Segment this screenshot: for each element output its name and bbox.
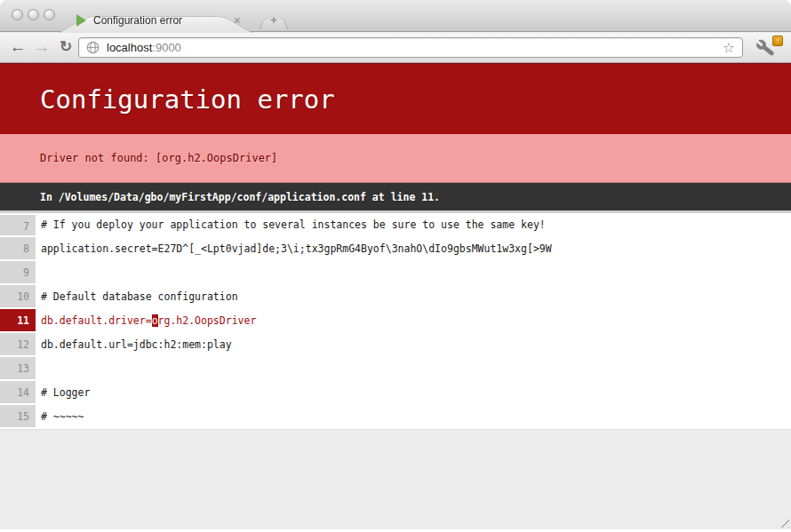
- code-line: 15 # ~~~~~: [0, 405, 791, 429]
- line-number: 10: [0, 285, 36, 309]
- play-framework-favicon-icon: [76, 14, 86, 27]
- code-text: # If you deploy your application to seve…: [36, 213, 791, 237]
- url-text: localhost:9000: [107, 41, 723, 54]
- error-marker: o: [152, 314, 158, 327]
- code-text: # Default database configuration: [36, 285, 791, 309]
- globe-icon: [86, 41, 100, 54]
- code-line: 14 # Logger: [0, 381, 791, 405]
- code-line: 13: [0, 357, 791, 381]
- new-tab-button[interactable]: +: [260, 12, 288, 29]
- page-background: [0, 429, 791, 529]
- code-line: 9: [0, 261, 791, 285]
- menu-wrench-button[interactable]: ↑: [753, 36, 783, 60]
- code-text: [36, 261, 791, 285]
- back-button[interactable]: ←: [7, 36, 28, 59]
- error-detail: Driver not found: [org.h2.OopsDriver]: [0, 134, 791, 183]
- plus-icon: +: [260, 12, 288, 28]
- code-text: [36, 357, 791, 381]
- line-number: 8: [0, 237, 36, 261]
- browser-window: Configuration error × + ← → ↻ localhost:…: [0, 0, 791, 532]
- code-text: db.default.url=jdbc:h2:mem:play: [36, 333, 791, 357]
- line-number: 13: [0, 357, 36, 381]
- line-number: 11: [0, 309, 36, 333]
- code-text: db.default.driver=org.h2.OopsDriver: [36, 309, 791, 333]
- error-banner: Configuration error: [0, 63, 791, 134]
- code-line: 10 # Default database configuration: [0, 285, 791, 309]
- tab-configuration-error[interactable]: Configuration error ×: [57, 6, 254, 33]
- code-listing: 7 # If you deploy your application to se…: [0, 210, 791, 429]
- line-number: 9: [0, 261, 36, 285]
- title-bar: Configuration error × +: [0, 0, 791, 32]
- bookmark-star-icon[interactable]: ☆: [723, 41, 735, 55]
- code-text: application.secret=E27D^[_<Lpt0vjad]de;3…: [36, 237, 791, 261]
- line-number: 12: [0, 333, 36, 357]
- code-line: 7 # If you deploy your application to se…: [0, 213, 791, 237]
- page-content: Configuration error Driver not found: [o…: [0, 63, 791, 532]
- reload-button[interactable]: ↻: [55, 36, 76, 59]
- forward-button[interactable]: →: [31, 36, 52, 59]
- address-bar[interactable]: localhost:9000 ☆: [78, 37, 743, 58]
- page-title: Configuration error: [40, 84, 335, 115]
- line-number: 7: [0, 213, 36, 237]
- file-location-bar: In /Volumes/Data/gbo/myFirstApp/conf/app…: [0, 183, 791, 210]
- url-host: localhost: [107, 41, 152, 54]
- window-close-button[interactable]: [12, 9, 23, 20]
- browser-toolbar: ← → ↻ localhost:9000 ☆ ↑: [0, 33, 791, 63]
- tab-title: Configuration error: [93, 14, 233, 27]
- code-line: 11 db.default.driver=org.h2.OopsDriver: [0, 309, 791, 333]
- line-number: 14: [0, 381, 36, 405]
- line-number: 15: [0, 405, 36, 429]
- code-text: # Logger: [36, 381, 791, 405]
- window-zoom-button[interactable]: [44, 9, 55, 20]
- code-line: 12 db.default.url=jdbc:h2:mem:play: [0, 333, 791, 357]
- window-minimize-button[interactable]: [28, 9, 39, 20]
- update-badge-icon: ↑: [772, 36, 783, 46]
- code-line: 8 application.secret=E27D^[_<Lpt0vjad]de…: [0, 237, 791, 261]
- resize-grip[interactable]: [778, 516, 789, 528]
- url-port: :9000: [152, 41, 181, 54]
- code-text: # ~~~~~: [36, 405, 791, 429]
- tab-close-icon[interactable]: ×: [233, 14, 242, 27]
